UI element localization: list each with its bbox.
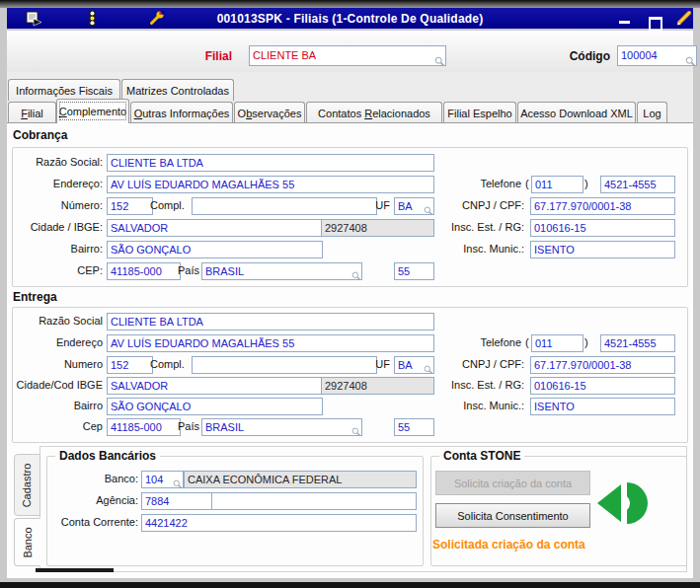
entrega-bairro-field[interactable]: SÃO GONÇALO: [107, 398, 323, 415]
tab-filial-espelho[interactable]: Filial Espelho: [443, 102, 516, 123]
stone-status-text: Solicitada criação da conta: [432, 538, 585, 551]
cobranca-insc-mun-field[interactable]: ISENTO: [530, 241, 675, 258]
insc-est-label: Insc. Est. / RG:: [405, 219, 524, 236]
app-window: 001013SPK - Filiais (1-Controle De Quali…: [0, 0, 700, 588]
cobranca-bairro-field[interactable]: SÃO GONÇALO: [107, 241, 323, 258]
tab-indicator-bar: [36, 568, 114, 572]
agencia-extra-field[interactable]: [211, 492, 417, 510]
solicita-consentimento-button[interactable]: Solicita Consentimento: [435, 503, 590, 528]
entrega-insc-mun-field[interactable]: ISENTO: [530, 398, 675, 415]
cidade-ibge-label: Cidade/Cod IBGE: [10, 377, 103, 394]
codigo-field[interactable]: 100004: [617, 45, 697, 66]
cobranca-endereco-field[interactable]: AV LUÍS EDUARDO MAGALHÃES 55: [107, 176, 434, 193]
magnifier-icon[interactable]: [434, 56, 445, 66]
magnifier-icon[interactable]: [351, 271, 361, 280]
telefone-label: Telefone: [405, 176, 521, 192]
cobranca-pais-field[interactable]: BRASIL: [201, 262, 362, 280]
tab-complemento[interactable]: Complemento: [56, 99, 129, 123]
codigo-label: Código: [540, 46, 610, 66]
bairro-label: Bairro: [10, 398, 103, 414]
tab-filial[interactable]: Filial: [8, 102, 56, 123]
conta-corrente-field[interactable]: 4421422: [141, 514, 417, 532]
pais-label: País: [178, 262, 199, 279]
endereco-label: Endereço: [10, 334, 103, 351]
title-bar: 001013SPK - Filiais (1-Controle De Quali…: [7, 8, 693, 29]
entrega-pais-field[interactable]: BRASIL: [201, 418, 362, 436]
paren-open: (: [525, 176, 529, 192]
pais-label: País: [178, 418, 199, 435]
entrega-razao-social-field[interactable]: CLIENTE BA LTDA: [107, 313, 434, 331]
entrega-telefone-field[interactable]: 4521-4555: [600, 334, 675, 352]
entrega-endereco-field[interactable]: AV LUÍS EDUARDO MAGALHÃES 55: [107, 334, 434, 352]
magnifier-icon[interactable]: [351, 427, 361, 436]
cobranca-ddd-field[interactable]: 011: [531, 176, 583, 193]
cobranca-group-title: Cobrança: [13, 128, 67, 142]
cobranca-pais-cod-field[interactable]: 55: [394, 262, 434, 280]
window-frame-top: [0, 0, 700, 8]
tab-outras-informacoes[interactable]: Outras Informações: [130, 102, 233, 123]
insc-mun-label: Insc. Munic.:: [405, 241, 524, 257]
maximize-icon[interactable]: [649, 17, 662, 32]
bairro-label: Bairro:: [10, 241, 103, 257]
tab-matrizes-controladas[interactable]: Matrizes Controladas: [121, 79, 234, 101]
banco-nome-field: CAIXA ECONÔMICA FEDERAL: [184, 471, 417, 488]
pencil-icon[interactable]: [674, 9, 693, 28]
numero-label: Número:: [10, 197, 103, 214]
entrega-cidade-field[interactable]: SALVADOR: [107, 377, 323, 395]
entrega-group-title: Entrega: [13, 290, 57, 304]
tab-contatos-relacionados[interactable]: Contatos Relacionados: [306, 102, 442, 123]
entrega-cep-field[interactable]: 41185-000: [107, 418, 181, 436]
banco-codigo-field[interactable]: 104: [141, 471, 184, 488]
uf-label: UF: [375, 356, 390, 373]
uf-label: UF: [375, 197, 390, 214]
dados-bancarios-title: Dados Bancários: [55, 449, 160, 463]
endereco-label: Endereço:: [10, 176, 103, 192]
cobranca-insc-est-field[interactable]: 010616-15: [530, 219, 675, 237]
razao-social-label: Razão Social: [10, 313, 103, 330]
cobranca-cnpj-field[interactable]: 67.177.970/0001-38: [530, 197, 675, 215]
magnifier-icon[interactable]: [685, 56, 696, 66]
paren-close: ): [584, 334, 588, 351]
compl-label: Compl.: [150, 356, 188, 373]
sidebar-tab-cadastro[interactable]: Cadastro: [14, 454, 40, 516]
entrega-compl-field[interactable]: [192, 356, 377, 374]
entrega-numero-field[interactable]: 152: [107, 356, 153, 374]
conta-corrente-label: Conta Corrente:: [39, 514, 138, 531]
paren-open: (: [525, 334, 529, 351]
agencia-label: Agência:: [54, 492, 138, 509]
tab-informacoes-fiscais[interactable]: Informações Fiscais: [8, 79, 120, 101]
entrega-insc-est-field[interactable]: 010616-15: [530, 377, 675, 395]
tab-acesso-download-xml[interactable]: Acesso Download XML: [517, 102, 636, 123]
cidade-ibge-label: Cidade / IBGE:: [10, 219, 103, 236]
cobranca-compl-field[interactable]: [192, 197, 377, 215]
entrega-cnpj-field[interactable]: 67.177.970/0001-38: [530, 356, 675, 374]
minimize-icon[interactable]: [619, 21, 630, 24]
banco-label: Banco:: [54, 471, 138, 487]
sidebar-tab-banco[interactable]: Banco: [14, 518, 40, 566]
tab-log[interactable]: Log: [637, 102, 667, 123]
window-frame-bottom: [0, 582, 700, 588]
cnpj-label: CNPJ / CPF:: [405, 197, 524, 214]
tab-observacoes[interactable]: Observações: [234, 102, 305, 123]
insc-est-label: Insc. Est. / RG:: [405, 377, 524, 394]
cobranca-numero-field[interactable]: 152: [107, 197, 153, 215]
entrega-pais-cod-field[interactable]: 55: [394, 418, 434, 436]
telefone-label: Telefone: [405, 334, 521, 351]
window-title: 001013SPK - Filiais (1-Controle De Quali…: [7, 12, 693, 26]
entrega-ddd-field[interactable]: 011: [531, 334, 583, 352]
cobranca-cidade-field[interactable]: SALVADOR: [107, 219, 323, 237]
magnifier-icon[interactable]: [173, 479, 183, 488]
solicita-criacao-button: Solicita criação da conta: [435, 471, 590, 495]
cep-label: Cep: [10, 418, 103, 435]
agencia-field[interactable]: 7884: [141, 492, 212, 510]
razao-social-label: Razão Social:: [10, 154, 103, 171]
cobranca-telefone-field[interactable]: 4521-4555: [600, 176, 675, 193]
filial-field[interactable]: CLIENTE BA: [249, 45, 446, 66]
stone-logo-icon: [597, 480, 655, 526]
numero-label: Numero: [10, 356, 103, 373]
cep-label: CEP:: [10, 262, 103, 279]
cobranca-razao-social-field[interactable]: CLIENTE BA LTDA: [107, 154, 434, 172]
cobranca-cep-field[interactable]: 41185-000: [107, 262, 181, 280]
compl-label: Compl.: [150, 197, 188, 214]
paren-close: ): [584, 176, 588, 192]
